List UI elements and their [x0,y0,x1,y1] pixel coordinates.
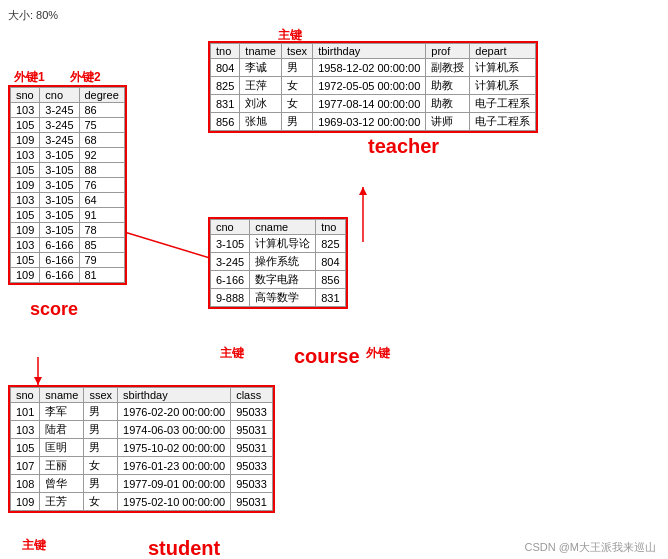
table-cell: 计算机系 [470,77,536,95]
diagram-container: 主键 tno tname tsex tbirthday prof depart … [8,27,660,557]
table-cell: 103 [11,148,40,163]
table-cell: 助教 [426,95,470,113]
teacher-data-table: tno tname tsex tbirthday prof depart 804… [210,43,536,131]
teacher-row: 831刘冰女1977-08-14 00:00:00助教电子工程系 [211,95,536,113]
table-cell: 95033 [231,457,273,475]
table-cell: 68 [79,133,124,148]
table-cell: 曾华 [40,475,84,493]
course-col-tno: tno [316,220,345,235]
score-row: 1093-24568 [11,133,125,148]
table-cell: 103 [11,421,40,439]
csdn-watermark: CSDN @M大王派我来巡山 [524,540,656,555]
score-label: score [30,299,78,320]
teacher-header-row: tno tname tsex tbirthday prof depart [211,44,536,59]
table-cell: 103 [11,238,40,253]
table-cell: 李诚 [240,59,282,77]
score-table: sno cno degree 1033-245861053-245751093-… [8,85,127,285]
table-cell: 男 [84,421,118,439]
table-cell: 101 [11,403,40,421]
student-col-ssex: ssex [84,388,118,403]
table-cell: 王萍 [240,77,282,95]
student-label: student [148,537,220,559]
table-cell: 计算机导论 [250,235,316,253]
zoom-label: 大小: 80% [8,8,660,23]
table-cell: 讲师 [426,113,470,131]
course-row: 3-105计算机导论825 [211,235,346,253]
student-row: 108曾华男1977-09-01 00:00:0095033 [11,475,273,493]
table-cell: 陆君 [40,421,84,439]
table-cell: 95031 [231,439,273,457]
table-cell: 6-166 [40,253,79,268]
table-cell: 计算机系 [470,59,536,77]
table-cell: 3-245 [40,103,79,118]
table-cell: 3-105 [211,235,250,253]
score-row: 1053-10588 [11,163,125,178]
teacher-row: 825王萍女1972-05-05 00:00:00助教计算机系 [211,77,536,95]
table-cell: 109 [11,268,40,283]
table-cell: 男 [84,403,118,421]
teacher-col-tbirthday: tbirthday [313,44,426,59]
table-cell: 64 [79,193,124,208]
table-cell: 95033 [231,475,273,493]
course-table: cno cname tno 3-105计算机导论8253-245操作系统8046… [208,217,348,309]
table-cell: 95033 [231,403,273,421]
table-cell: 78 [79,223,124,238]
table-cell: 男 [281,113,312,131]
table-cell: 831 [211,95,240,113]
table-cell: 电子工程系 [470,113,536,131]
table-cell: 109 [11,133,40,148]
table-cell: 刘冰 [240,95,282,113]
table-cell: 76 [79,178,124,193]
table-cell: 105 [11,163,40,178]
table-cell: 107 [11,457,40,475]
table-cell: 1972-05-05 00:00:00 [313,77,426,95]
course-label: course [294,345,360,368]
teacher-col-prof: prof [426,44,470,59]
score-fk1-label: 外键1 [14,69,45,86]
table-cell: 831 [316,289,345,307]
table-cell: 105 [11,253,40,268]
student-pk-label: 主键 [22,537,46,554]
table-cell: 李军 [40,403,84,421]
table-cell: 86 [79,103,124,118]
table-cell: 女 [281,95,312,113]
score-col-cno: cno [40,88,79,103]
student-data-table: sno sname ssex sbirthday class 101李军男197… [10,387,273,511]
table-cell: 3-245 [40,118,79,133]
table-cell: 92 [79,148,124,163]
score-row: 1033-24586 [11,103,125,118]
table-cell: 1977-08-14 00:00:00 [313,95,426,113]
course-pk-label: 主键 [220,345,244,362]
table-cell: 1969-03-12 00:00:00 [313,113,426,131]
table-cell: 1976-01-23 00:00:00 [118,457,231,475]
table-cell: 3-105 [40,163,79,178]
table-cell: 9-888 [211,289,250,307]
table-cell: 电子工程系 [470,95,536,113]
student-row: 109王芳女1975-02-10 00:00:0095031 [11,493,273,511]
table-cell: 105 [11,208,40,223]
score-row: 1093-10576 [11,178,125,193]
table-cell: 91 [79,208,124,223]
teacher-col-tsex: tsex [281,44,312,59]
table-cell: 856 [211,113,240,131]
student-header-row: sno sname ssex sbirthday class [11,388,273,403]
table-cell: 6-166 [211,271,250,289]
table-cell: 男 [84,475,118,493]
table-cell: 操作系统 [250,253,316,271]
table-cell: 79 [79,253,124,268]
table-cell: 助教 [426,77,470,95]
svg-marker-5 [359,187,367,195]
teacher-col-tname: tname [240,44,282,59]
table-cell: 825 [316,235,345,253]
table-cell: 95031 [231,493,273,511]
table-cell: 825 [211,77,240,95]
table-cell: 1977-09-01 00:00:00 [118,475,231,493]
table-cell: 103 [11,193,40,208]
table-cell: 张旭 [240,113,282,131]
student-row: 103陆君男1974-06-03 00:00:0095031 [11,421,273,439]
table-cell: 109 [11,178,40,193]
course-fk-label: 外键 [366,345,390,362]
table-cell: 1958-12-02 00:00:00 [313,59,426,77]
course-header-row: cno cname tno [211,220,346,235]
score-row: 1033-10592 [11,148,125,163]
